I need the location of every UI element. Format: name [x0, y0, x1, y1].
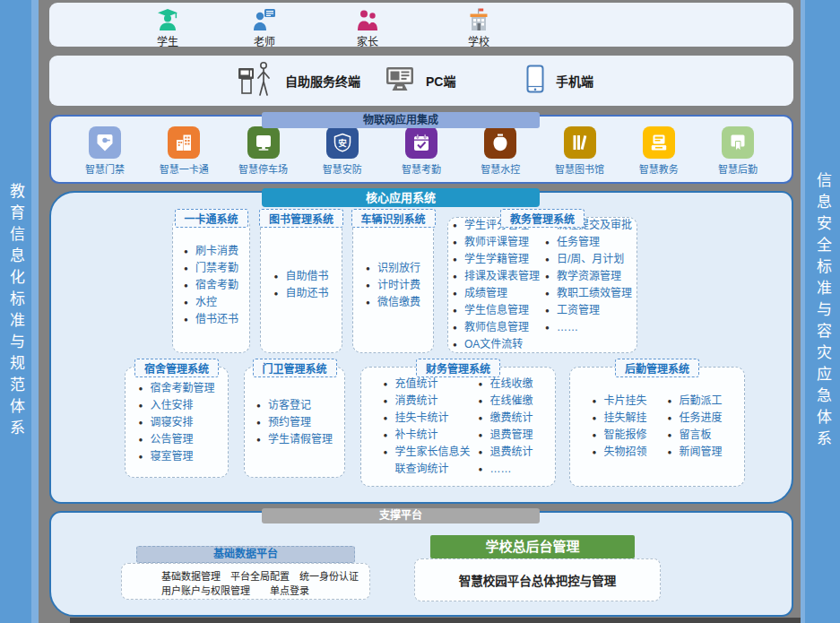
right-sidebar: 信息安全标准与容灾应急体系 — [801, 0, 840, 623]
user-teacher: 老师 — [238, 7, 290, 48]
attendance-calendar-icon — [405, 126, 437, 159]
teacher-icon — [238, 7, 290, 31]
terminal-label: 自助服务终端 — [285, 72, 360, 90]
logistics-bookmark-icon — [722, 126, 754, 159]
iot-label: 智慧考勤 — [393, 161, 450, 176]
terminal-label: 手机端 — [556, 72, 593, 90]
system-academic-affairs: 教务管理系统 学生评分管理 教师评课管理 学生学籍管理 排课及课表管理 成绩管理… — [447, 217, 637, 353]
desktop-icon — [385, 66, 414, 95]
core-section: 核心应用系统 一卡通系统 刷卡消费 门禁考勤 宿舍考勤 水控 借书还书 图书管理… — [49, 191, 793, 504]
terminals-row: 自助服务终端 PC端 手机端 — [49, 56, 793, 106]
terminal-pc: PC端 — [385, 56, 455, 106]
user-label: 学生 — [142, 33, 194, 48]
core-header: 核心应用系统 — [262, 188, 540, 207]
base-data-platform-details: 基础数据管理 平台全局配置 统一身份认证 用户账户与权限管理 单点登录 — [121, 563, 370, 600]
system-title: 图书管理系统 — [259, 209, 343, 228]
parking-icon — [247, 126, 280, 159]
support-header: 支撑平台 — [262, 508, 540, 523]
svg-text:安: 安 — [338, 138, 347, 148]
iot-label: 智慧一卡通 — [155, 161, 212, 176]
iot-logistics: 智慧后勤 — [709, 126, 766, 176]
iot-library: 智慧图书馆 — [551, 126, 609, 176]
water-control-icon — [484, 126, 516, 159]
iot-parking: 智慧停车场 — [235, 126, 292, 176]
system-items: 自助借书 自助还书 — [273, 268, 328, 302]
system-title: 宿舍管理系统 — [134, 359, 219, 377]
iot-label: 智慧教务 — [630, 161, 688, 176]
iot-label: 智慧后勤 — [709, 161, 766, 176]
system-library: 图书管理系统 自助借书 自助还书 — [260, 217, 342, 353]
security-shield-icon: 安 — [326, 126, 359, 159]
iot-water-control: 智慧水控 — [472, 126, 529, 176]
parents-icon — [342, 7, 394, 31]
system-items: 学生评分管理 教师评课管理 学生学籍管理 排课及课表管理 成绩管理 学生信息管理… — [453, 217, 632, 353]
system-vehicle: 车辆识别系统 识别放行 计时计费 微信缴费 — [352, 217, 434, 353]
one-card-icon — [168, 126, 200, 159]
user-student: 学生 — [142, 7, 194, 48]
iot-items: 智慧门禁 智慧一卡通 — [76, 126, 766, 176]
system-items: 识别放行 计时计费 微信缴费 — [366, 260, 420, 311]
access-control-icon — [89, 126, 121, 159]
user-school: 学校 — [453, 7, 505, 48]
bottom-divider — [70, 618, 801, 623]
system-finance: 财务管理系统 充值统计 消费统计 挂失卡统计 补卡统计 学生家长信息关联查询统计… — [360, 367, 556, 487]
iot-label: 智慧门禁 — [76, 161, 134, 176]
right-sidebar-label: 信息安全标准与容灾应急体系 — [811, 172, 834, 452]
library-books-icon — [564, 126, 596, 159]
system-title: 教务管理系统 — [500, 209, 585, 228]
base-data-platform-title: 基础数据平台 — [136, 546, 355, 563]
system-items: 宿舍考勤管理 入住安排 调寝安排 公告管理 寝室管理 — [138, 380, 214, 465]
system-dormitory: 宿舍管理系统 宿舍考勤管理 入住安排 调寝安排 公告管理 寝室管理 — [125, 367, 229, 478]
system-items: 充值统计 消费统计 挂失卡统计 补卡统计 学生家长信息关联查询统计 在线收缴 在… — [383, 376, 533, 478]
user-label: 家长 — [342, 33, 394, 48]
system-gate-guard: 门卫管理系统 访客登记 预约管理 学生请假管理 — [244, 367, 345, 478]
users-row: 学生 老师 家长 — [49, 3, 793, 47]
iot-label: 智慧图书馆 — [551, 161, 609, 176]
iot-label: 智慧安防 — [314, 161, 371, 176]
iot-access-control: 智慧门禁 — [76, 126, 134, 176]
base-data-line1: 基础数据管理 平台全局配置 统一身份认证 — [161, 569, 369, 584]
school-backend-details: 智慧校园平台总体把控与管理 — [414, 558, 661, 601]
iot-attendance: 智慧考勤 — [393, 126, 450, 176]
system-logistics: 后勤管理系统 卡片挂失 挂失解挂 智能报修 失物招领 后勤派工 任务进度 留言板… — [569, 367, 745, 487]
left-sidebar-label: 教育信息化标准与规范体系 — [4, 183, 27, 441]
system-items: 卡片挂失 挂失解挂 智能报修 失物招领 后勤派工 任务进度 留言板 新闻管理 — [592, 393, 722, 461]
card-machine-icon — [643, 126, 675, 159]
system-one-card: 一卡通系统 刷卡消费 门禁考勤 宿舍考勤 水控 借书还书 — [172, 217, 250, 353]
user-parents: 家长 — [342, 7, 394, 48]
terminal-phone: 手机端 — [526, 56, 593, 106]
school-icon — [453, 7, 505, 31]
system-title: 车辆识别系统 — [351, 209, 435, 228]
kiosk-icon — [236, 59, 273, 102]
iot-header: 物联网应用集成 — [262, 112, 540, 128]
system-items: 访客登记 预约管理 学生请假管理 — [256, 397, 333, 448]
iot-security: 安 智慧安防 — [314, 126, 371, 176]
iot-one-card: 智慧一卡通 — [155, 126, 212, 176]
terminal-label: PC端 — [426, 72, 455, 90]
user-label: 学校 — [453, 33, 505, 48]
support-section: 支撑平台 基础数据平台 基础数据管理 平台全局配置 统一身份认证 用户账户与权限… — [49, 511, 793, 617]
iot-academic: 智慧教务 — [630, 126, 688, 176]
system-title: 门卫管理系统 — [252, 359, 336, 377]
phone-icon — [526, 65, 544, 97]
student-icon — [142, 7, 194, 31]
system-items: 刷卡消费 门禁考勤 宿舍考勤 水控 借书还书 — [184, 243, 238, 328]
base-data-line2: 用户账户与权限管理 单点登录 — [161, 584, 369, 598]
system-title: 一卡通系统 — [174, 209, 247, 228]
user-label: 老师 — [238, 33, 290, 48]
iot-section: 物联网应用集成 智慧门禁 — [49, 115, 793, 184]
terminal-kiosk: 自助服务终端 — [236, 56, 360, 106]
left-sidebar: 教育信息化标准与规范体系 — [0, 0, 39, 623]
school-backend-desc: 智慧校园平台总体把控与管理 — [459, 571, 617, 589]
school-backend-title: 学校总后台管理 — [430, 535, 635, 558]
iot-label: 智慧水控 — [472, 161, 529, 176]
system-title: 后勤管理系统 — [615, 359, 699, 377]
iot-label: 智慧停车场 — [235, 161, 292, 176]
system-title: 财务管理系统 — [416, 359, 500, 377]
